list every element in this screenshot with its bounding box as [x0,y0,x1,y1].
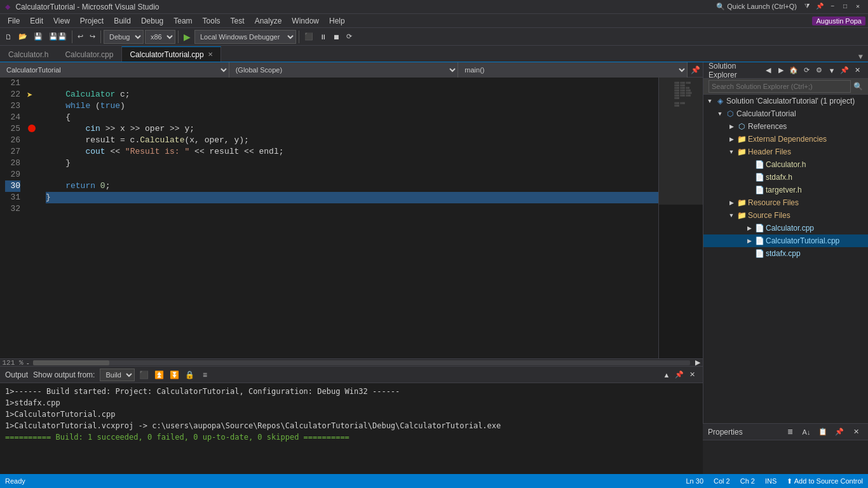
h-scroll-track[interactable] [33,360,690,365]
zoom-level[interactable]: 121 % [0,359,25,367]
pin-icon[interactable]: 📌 [815,2,825,12]
toolbar-btn-5[interactable]: ⬛ [302,30,316,44]
output-header: Output Show output from: Build ⬛ ⏫ ⏬ 🔒 ≡… [0,367,703,383]
props-close-btn[interactable]: ✕ [849,425,863,439]
props-categorized-btn[interactable]: ≣ [783,425,797,439]
tree-references[interactable]: ▶ ⬡ References [703,120,868,133]
show-output-from-label: Show output from: [33,370,95,379]
save-btn[interactable]: 💾 [31,30,45,44]
tree-arrow-project: ▼ [715,111,725,117]
external-deps-label: External Dependencies [748,135,827,144]
calc-h-icon: 📄 [754,159,764,170]
output-collapse-btn[interactable]: ▲ [661,369,672,381]
debug-target-dropdown[interactable]: Local Windows Debugger [194,30,296,44]
sep2 [100,30,101,43]
debug-config-dropdown[interactable]: Debug [104,30,144,44]
props-pin-btn[interactable]: 📌 [832,425,846,439]
se-search: 🔍 [703,79,868,95]
tree-resource-files[interactable]: ▶ 📁 Resource Files [703,196,868,209]
se-pin-btn[interactable]: 📌 [839,65,850,76]
output-btn-5[interactable]: ≡ [198,369,211,381]
menu-tools[interactable]: Tools [198,15,226,27]
tree-file-calculatortutorial-cpp[interactable]: ▶ 📄 CalculatorTutorial.cpp [703,234,868,247]
nav-scope-dropdown[interactable]: CalculatorTutorial [0,62,229,78]
nav-global-scope-dropdown[interactable]: (Global Scope) [229,62,459,78]
se-sync-btn[interactable]: ⟳ [801,65,812,76]
tab-calculator-cpp[interactable]: Calculator.cpp [57,46,121,62]
tree-header-files[interactable]: ▼ 📁 Header Files [703,146,868,158]
se-forward-btn[interactable]: ▶ [775,65,787,76]
tree-solution[interactable]: ▼ ◈ Solution 'CalculatorTutorial' (1 pro… [703,95,868,107]
menu-edit[interactable]: Edit [25,15,48,27]
tree-file-stdafx-cpp[interactable]: 📄 stdafx.cpp [703,247,868,260]
tree-file-stdafx-h[interactable]: 📄 stdafx.h [703,171,868,184]
nav-function-dropdown[interactable]: main() [458,62,688,78]
menu-help[interactable]: Help [324,15,350,27]
se-toolbar: ◀ ▶ 🏠 ⟳ ⚙ ▼ 📌 ✕ [763,65,863,76]
se-home-btn[interactable]: 🏠 [788,65,799,76]
output-pin-btn[interactable]: 📌 [674,369,685,381]
sep1 [72,30,72,43]
solution-explorer-title: Solution Explorer [709,62,763,79]
new-project-btn[interactable]: 🗋 [3,30,15,44]
output-btn-4[interactable]: 🔒 [183,369,196,381]
minimize-button[interactable]: − [827,2,837,12]
tree-arrow-calc-cpp: ▶ [744,225,754,231]
output-btn-2[interactable]: ⏫ [153,369,165,381]
tree-source-files[interactable]: ▼ 📁 Source Files [703,209,868,222]
output-source-select[interactable]: Build [100,369,135,381]
tree-file-targetver-h[interactable]: 📄 targetver.h [703,184,868,196]
status-col: Col 2 [714,477,730,485]
menu-team[interactable]: Team [168,15,197,27]
start-debug-btn[interactable]: ▶ [181,32,193,42]
output-close-btn[interactable]: ✕ [686,369,698,381]
filter-icon[interactable]: ⧩ [802,2,812,12]
se-search-input[interactable] [709,80,851,93]
tree-project[interactable]: ▼ ⬡ CalculatorTutorial [703,107,868,120]
status-source-control[interactable]: ⬆ Add to Source Control [787,477,863,485]
sep4 [299,30,299,43]
tree-external-deps[interactable]: ▶ 📁 External Dependencies [703,133,868,146]
se-settings-btn[interactable]: ⚙ [813,65,825,76]
maximize-button[interactable]: □ [840,2,850,12]
se-close-btn[interactable]: ✕ [851,65,863,76]
platform-dropdown[interactable]: x86 [145,30,175,44]
redo-btn[interactable]: ↪ [87,30,98,44]
output-btn-3[interactable]: ⏬ [168,369,180,381]
menu-project[interactable]: Project [75,15,109,27]
menu-view[interactable]: View [48,15,75,27]
close-button[interactable]: ✕ [853,2,863,12]
tab-close-btn[interactable]: ✕ [208,51,213,58]
output-content[interactable]: 1>------ Build started: Project: Calcula… [0,383,703,474]
props-alphabetical-btn[interactable]: A↓ [799,425,813,439]
tab-label: Calculator.h [8,50,48,59]
output-clear-btn[interactable]: ⬛ [137,369,150,381]
toolbar-btn-6[interactable]: ⏸ [317,30,329,44]
tab-calculatortutorial-cpp[interactable]: CalculatorTutorial.cpp ✕ [121,46,220,62]
code-area[interactable]: 21 22 23 24 25 26 27 28 29 30 31 32 [0,78,658,358]
calc-cpp-label: Calculator.cpp [766,224,814,233]
open-btn[interactable]: 📂 [16,30,30,44]
toolbar-btn-7[interactable]: ⏹ [330,30,342,44]
h-scroll-thumb[interactable] [33,360,109,365]
menu-test[interactable]: Test [226,15,250,27]
menu-file[interactable]: File [3,15,25,27]
nav-pin-btn[interactable]: 📌 [688,62,703,78]
menu-build[interactable]: Build [109,15,136,27]
save-all-btn[interactable]: 💾💾 [46,30,69,44]
menu-analyze[interactable]: Analyze [250,15,287,27]
se-filter-btn[interactable]: ▼ [826,65,837,76]
tab-overflow-btn[interactable]: ▼ [853,53,868,62]
undo-btn[interactable]: ↩ [75,30,86,44]
toolbar-btn-8[interactable]: ⟳ [344,30,355,44]
code-lines[interactable]: Calculator c; while (true) { cin >> x >>… [41,78,658,358]
tab-calculator-h[interactable]: Calculator.h [0,46,57,62]
user-badge[interactable]: Augustin Popa [812,17,865,25]
menu-debug[interactable]: Debug [136,15,168,27]
tree-file-calculator-cpp[interactable]: ▶ 📄 Calculator.cpp [703,222,868,234]
se-back-btn[interactable]: ◀ [763,65,774,76]
menu-window[interactable]: Window [287,15,324,27]
h-scroll-area[interactable]: 121 % - ▶ [0,358,703,366]
tree-file-calculator-h[interactable]: 📄 Calculator.h [703,158,868,171]
props-pages-btn[interactable]: 📋 [816,425,830,439]
